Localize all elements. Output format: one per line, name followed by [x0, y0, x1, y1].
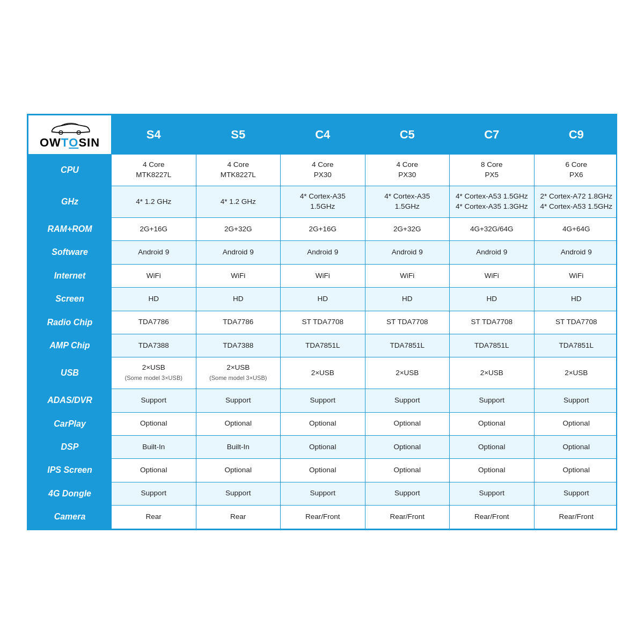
cell-11-2: Optional — [281, 435, 365, 458]
cell-12-2: Optional — [281, 459, 365, 482]
row-label-cpu: CPU — [28, 155, 112, 186]
comparison-table-container: OWTOSIN S4 S5 C4 C5 C7 C9 CPU4 CoreMTK82… — [27, 114, 617, 530]
cell-9-1: Support — [196, 389, 281, 412]
cell-5-0: HD — [112, 288, 196, 311]
cell-3-3: Android 9 — [365, 241, 450, 264]
cell-7-2: TDA7851L — [281, 334, 365, 357]
cell-9-2: Support — [281, 389, 365, 412]
cell-14-5: Rear/Front — [534, 506, 617, 529]
cell-7-3: TDA7851L — [365, 334, 450, 357]
cell-11-3: Optional — [365, 435, 450, 458]
cell-9-3: Support — [365, 389, 450, 412]
table-row: IPS ScreenOptionalOptionalOptionalOption… — [28, 459, 618, 482]
cell-13-2: Support — [281, 482, 365, 505]
cell-11-4: Optional — [450, 435, 535, 458]
cell-11-1: Built-In — [196, 435, 281, 458]
comparison-table: OWTOSIN S4 S5 C4 C5 C7 C9 CPU4 CoreMTK82… — [28, 115, 617, 529]
cell-4-1: WiFi — [196, 264, 281, 287]
cell-5-3: HD — [365, 288, 450, 311]
row-label-carplay: CarPlay — [28, 412, 112, 435]
cell-10-0: Optional — [112, 412, 196, 435]
cell-6-0: TDA7786 — [112, 311, 196, 334]
cell-13-0: Support — [112, 482, 196, 505]
cell-4-0: WiFi — [112, 264, 196, 287]
cell-4-3: WiFi — [365, 264, 450, 287]
table-row: AMP ChipTDA7388TDA7388TDA7851LTDA7851LTD… — [28, 334, 618, 357]
logo-car-icon — [48, 120, 91, 135]
cell-14-1: Rear — [196, 506, 281, 529]
row-label-camera: Camera — [28, 506, 112, 529]
row-label-ghz: GHz — [28, 186, 112, 218]
cell-1-3: 4* Cortex-A351.5GHz — [365, 186, 450, 218]
table-row: RAM+ROM2G+16G2G+32G2G+16G2G+32G4G+32G/64… — [28, 218, 618, 241]
cell-0-1: 4 CoreMTK8227L — [196, 155, 281, 186]
logo-ow: OW — [40, 136, 61, 150]
row-label-amp-chip: AMP Chip — [28, 334, 112, 357]
cell-13-1: Support — [196, 482, 281, 505]
cell-6-1: TDA7786 — [196, 311, 281, 334]
col-header-s5: S5 — [196, 115, 281, 155]
cell-8-4: 2×USB — [450, 357, 535, 389]
logo-cell: OWTOSIN — [28, 115, 112, 155]
cell-5-4: HD — [450, 288, 535, 311]
cell-8-5: 2×USB — [534, 357, 617, 389]
cell-10-4: Optional — [450, 412, 535, 435]
cell-11-5: Optional — [534, 435, 617, 458]
cell-6-4: ST TDA7708 — [450, 311, 535, 334]
table-row: DSPBuilt-InBuilt-InOptionalOptionalOptio… — [28, 435, 618, 458]
cell-0-0: 4 CoreMTK8227L — [112, 155, 196, 186]
cell-9-0: Support — [112, 389, 196, 412]
cell-9-4: Support — [450, 389, 535, 412]
cell-7-5: TDA7851L — [534, 334, 617, 357]
cell-3-1: Android 9 — [196, 241, 281, 264]
cell-13-4: Support — [450, 482, 535, 505]
logo-o-icon: O — [69, 136, 78, 150]
cell-5-5: HD — [534, 288, 617, 311]
cell-8-2: 2×USB — [281, 357, 365, 389]
row-label-ips-screen: IPS Screen — [28, 459, 112, 482]
col-header-s4: S4 — [112, 115, 196, 155]
table-row: GHz4* 1.2 GHz4* 1.2 GHz4* Cortex-A351.5G… — [28, 186, 618, 218]
cell-6-2: ST TDA7708 — [281, 311, 365, 334]
cell-4-5: WiFi — [534, 264, 617, 287]
table-row: CarPlayOptionalOptionalOptionalOptionalO… — [28, 412, 618, 435]
cell-2-3: 2G+32G — [365, 218, 450, 241]
cell-2-4: 4G+32G/64G — [450, 218, 535, 241]
cell-3-0: Android 9 — [112, 241, 196, 264]
row-label-screen: Screen — [28, 288, 112, 311]
cell-9-5: Support — [534, 389, 617, 412]
cell-3-2: Android 9 — [281, 241, 365, 264]
cell-8-3: 2×USB — [365, 357, 450, 389]
cell-2-2: 2G+16G — [281, 218, 365, 241]
table-row: ADAS/DVRSupportSupportSupportSupportSupp… — [28, 389, 618, 412]
row-label-usb: USB — [28, 357, 112, 389]
cell-7-0: TDA7388 — [112, 334, 196, 357]
cell-4-4: WiFi — [450, 264, 535, 287]
table-row: USB2×USB(Some model 3×USB)2×USB(Some mod… — [28, 357, 618, 389]
cell-14-4: Rear/Front — [450, 506, 535, 529]
table-row: ScreenHDHDHDHDHDHD — [28, 288, 618, 311]
cell-14-2: Rear/Front — [281, 506, 365, 529]
col-header-c4: C4 — [281, 115, 365, 155]
cell-0-4: 8 CorePX5 — [450, 155, 535, 186]
cell-2-5: 4G+64G — [534, 218, 617, 241]
cell-0-2: 4 CorePX30 — [281, 155, 365, 186]
cell-0-5: 6 CorePX6 — [534, 155, 617, 186]
table-row: SoftwareAndroid 9Android 9Android 9Andro… — [28, 241, 618, 264]
cell-1-1: 4* 1.2 GHz — [196, 186, 281, 218]
cell-6-5: ST TDA7708 — [534, 311, 617, 334]
cell-2-0: 2G+16G — [112, 218, 196, 241]
header-row: OWTOSIN S4 S5 C4 C5 C7 C9 — [28, 115, 618, 155]
cell-5-2: HD — [281, 288, 365, 311]
table-row: CameraRearRearRear/FrontRear/FrontRear/F… — [28, 506, 618, 529]
cell-1-4: 4* Cortex-A53 1.5GHz4* Cortex-A35 1.3GHz — [450, 186, 535, 218]
col-header-c5: C5 — [365, 115, 450, 155]
row-label-internet: Internet — [28, 264, 112, 287]
col-header-c7: C7 — [450, 115, 535, 155]
cell-12-0: Optional — [112, 459, 196, 482]
row-label-4g-dongle: 4G Dongle — [28, 482, 112, 505]
cell-13-3: Support — [365, 482, 450, 505]
cell-10-1: Optional — [196, 412, 281, 435]
logo-sin: SIN — [78, 136, 100, 150]
cell-1-2: 4* Cortex-A351.5GHz — [281, 186, 365, 218]
